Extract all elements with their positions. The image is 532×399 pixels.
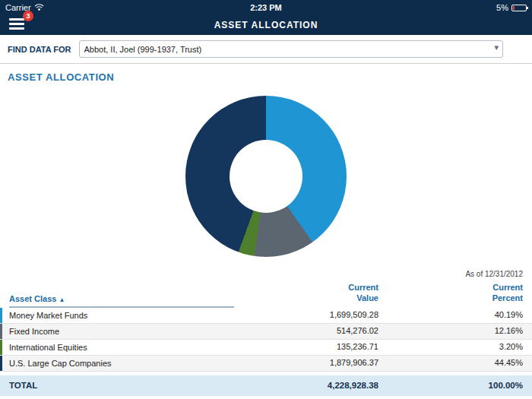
find-data-row: FIND DATA FOR Abbot, II, Joel (999-1937,… xyxy=(0,35,532,64)
current-percent-cell: 3.20% xyxy=(378,342,523,353)
row-color-indicator xyxy=(0,340,2,355)
current-value-cell: 135,236.71 xyxy=(234,342,378,353)
current-value-cell: 1,699,509.28 xyxy=(234,310,378,321)
row-color-indicator xyxy=(0,324,2,339)
asset-class-header[interactable]: Asset Class▲ xyxy=(9,294,234,308)
table-row[interactable]: International Equities135,236.713.20% xyxy=(0,340,532,356)
current-value-cell: 514,276.02 xyxy=(234,326,378,337)
as-of-date: As of 12/31/2012 xyxy=(0,268,532,281)
status-time: 2:23 PM xyxy=(0,3,532,12)
current-value-header: Current Value xyxy=(234,283,378,308)
current-percent-cell: 40.19% xyxy=(378,310,523,321)
wifi-icon xyxy=(34,4,44,11)
page-title: ASSET ALLOCATION xyxy=(214,20,318,30)
nav-bar: 3 ASSET ALLOCATION xyxy=(0,15,532,35)
current-percent-cell: 44.45% xyxy=(378,358,523,369)
total-value: 4,228,928.38 xyxy=(234,380,378,391)
sort-asc-icon: ▲ xyxy=(59,296,65,303)
notification-badge: 3 xyxy=(23,11,33,21)
table-body: Money Market Funds1,699,509.2840.19%Fixe… xyxy=(0,308,532,372)
hamburger-menu-button[interactable]: 3 xyxy=(9,16,27,33)
table-row[interactable]: Fixed Income514,276.0212.16% xyxy=(0,324,532,340)
current-percent-header: Current Percent xyxy=(378,283,523,308)
status-bar: 2:23 PM Carrier 5% xyxy=(0,0,532,15)
find-data-select[interactable]: Abbot, II, Joel (999-1937, Trust) xyxy=(79,40,503,58)
total-percent: 100.00% xyxy=(378,380,523,391)
asset-class-cell: International Equities xyxy=(9,343,234,352)
current-percent-cell: 12.16% xyxy=(378,326,523,337)
asset-class-cell: U.S. Large Cap Companies xyxy=(9,359,234,368)
donut-chart xyxy=(185,96,347,257)
carrier-label: Carrier xyxy=(5,3,31,12)
table-header-row: Asset Class▲ Current Value Current Perce… xyxy=(0,281,532,308)
total-row: TOTAL 4,228,928.38 100.00% xyxy=(0,375,532,396)
table-row[interactable]: Money Market Funds1,699,509.2840.19% xyxy=(0,308,532,324)
chart-area xyxy=(0,84,532,268)
row-color-indicator xyxy=(0,308,2,323)
battery-icon xyxy=(511,5,527,11)
find-data-label: FIND DATA FOR xyxy=(8,45,71,54)
current-value-cell: 1,879,906.37 xyxy=(234,358,378,369)
asset-class-cell: Money Market Funds xyxy=(9,311,234,320)
total-label: TOTAL xyxy=(9,381,234,390)
row-color-indicator xyxy=(0,356,2,371)
asset-class-cell: Fixed Income xyxy=(9,327,234,336)
section-title: ASSET ALLOCATION xyxy=(0,64,532,84)
table-row[interactable]: U.S. Large Cap Companies1,879,906.3744.4… xyxy=(0,356,532,372)
battery-percent: 5% xyxy=(496,3,508,12)
top-navy-area: 2:23 PM Carrier 5% 3 ASSET ALLOCATION xyxy=(0,0,532,35)
